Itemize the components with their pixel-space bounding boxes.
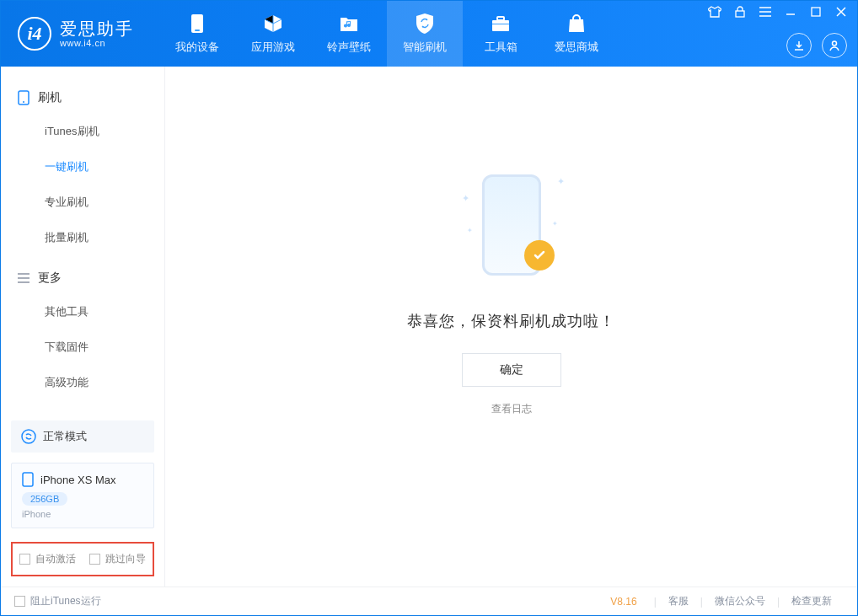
close-icon[interactable] — [834, 4, 849, 19]
option-block-itunes[interactable]: 阻止iTunes运行 — [14, 594, 101, 608]
checkbox-icon — [14, 596, 25, 607]
sidebar-item-advanced[interactable]: 高级功能 — [1, 365, 164, 400]
option-skip-guide[interactable]: 跳过向导 — [89, 552, 146, 566]
svg-rect-4 — [492, 24, 509, 24]
device-info-card[interactable]: iPhone XS Max 256GB iPhone — [11, 463, 154, 528]
tab-label: 铃声壁纸 — [327, 40, 371, 55]
svg-rect-3 — [497, 17, 504, 20]
titlebar-buttons — [707, 4, 849, 19]
checkbox-icon — [19, 554, 30, 565]
svg-point-10 — [22, 430, 35, 443]
refresh-shield-icon — [414, 13, 436, 35]
sidebar-item-other-tools[interactable]: 其他工具 — [1, 294, 164, 329]
tab-label: 我的设备 — [175, 40, 219, 55]
device-type: iPhone — [22, 509, 143, 519]
toolbox-icon — [490, 13, 512, 35]
lock-icon[interactable] — [732, 4, 748, 19]
flash-options-highlight: 自动激活 跳过向导 — [11, 542, 154, 576]
phone-outline-icon — [18, 90, 29, 105]
checkbox-icon — [89, 554, 100, 565]
check-badge-icon — [524, 240, 555, 271]
minimize-icon[interactable] — [783, 4, 798, 19]
maximize-icon[interactable] — [808, 4, 823, 19]
svg-rect-5 — [736, 11, 744, 17]
svg-point-7 — [833, 41, 837, 46]
tab-flash[interactable]: 智能刷机 — [387, 1, 463, 67]
sparkle-icon: ✦ — [557, 176, 565, 187]
version-label: V8.16 — [610, 596, 636, 608]
svg-point-9 — [23, 101, 24, 103]
svg-rect-11 — [23, 473, 33, 486]
view-log-link[interactable]: 查看日志 — [491, 402, 532, 416]
sidebar-group-flash: 刷机 — [1, 82, 164, 114]
sidebar-item-pro-flash[interactable]: 专业刷机 — [1, 185, 164, 220]
header-actions — [786, 33, 847, 58]
ok-button[interactable]: 确定 — [462, 353, 561, 387]
phone-icon — [22, 472, 34, 487]
sidebar: 刷机 iTunes刷机 一键刷机 专业刷机 批量刷机 更多 其他工具 下载固件 … — [1, 67, 165, 587]
svg-rect-6 — [812, 8, 820, 16]
header: i4 爱思助手 www.i4.cn 我的设备 应用游戏 铃声壁纸 智能刷机 工具… — [1, 1, 857, 67]
cube-icon — [262, 13, 284, 35]
music-folder-icon — [338, 13, 360, 35]
sparkle-icon: ✦ — [462, 193, 469, 204]
tab-store[interactable]: 爱思商城 — [539, 1, 614, 67]
sync-icon — [21, 429, 36, 444]
tab-apps[interactable]: 应用游戏 — [235, 1, 311, 67]
footer-link-update[interactable]: 检查更新 — [780, 594, 844, 608]
success-illustration: ✦ ✦ ✦ ✦ — [474, 168, 550, 286]
sparkle-icon: ✦ — [467, 227, 473, 234]
tshirt-icon[interactable] — [707, 4, 722, 19]
tab-toolbox[interactable]: 工具箱 — [463, 1, 539, 67]
tab-label: 智能刷机 — [403, 40, 447, 55]
sidebar-item-onekey-flash[interactable]: 一键刷机 — [1, 149, 164, 185]
device-mode-label: 正常模式 — [43, 429, 87, 444]
sidebar-group-more: 更多 — [1, 262, 164, 294]
device-storage: 256GB — [22, 492, 67, 506]
phone-icon — [186, 13, 208, 35]
user-button[interactable] — [822, 33, 847, 58]
device-name: iPhone XS Max — [40, 474, 116, 486]
footer: 阻止iTunes运行 V8.16 | 客服 | 微信公众号 | 检查更新 — [1, 587, 857, 615]
tab-label: 爱思商城 — [555, 40, 598, 55]
app-name: 爱思助手 — [60, 19, 134, 38]
logo-icon: i4 — [18, 17, 51, 51]
tab-ringtones[interactable]: 铃声壁纸 — [311, 1, 387, 67]
sidebar-item-batch-flash[interactable]: 批量刷机 — [1, 220, 164, 255]
main-tabs: 我的设备 应用游戏 铃声壁纸 智能刷机 工具箱 爱思商城 — [159, 1, 614, 67]
footer-link-support[interactable]: 客服 — [657, 594, 700, 608]
tab-label: 应用游戏 — [251, 40, 295, 55]
download-button[interactable] — [786, 33, 812, 58]
svg-rect-2 — [492, 20, 509, 31]
footer-link-wechat[interactable]: 微信公众号 — [703, 594, 777, 608]
sidebar-item-download-firmware[interactable]: 下载固件 — [1, 329, 164, 365]
bag-icon — [566, 13, 587, 35]
sparkle-icon: ✦ — [552, 220, 558, 228]
device-mode-card[interactable]: 正常模式 — [11, 420, 154, 453]
app-domain: www.i4.cn — [60, 38, 134, 48]
svg-rect-1 — [195, 29, 200, 31]
menu-icon[interactable] — [758, 4, 773, 19]
list-icon — [18, 273, 29, 283]
tab-label: 工具箱 — [485, 40, 517, 55]
success-message: 恭喜您，保资料刷机成功啦！ — [407, 311, 615, 331]
app-logo: i4 爱思助手 www.i4.cn — [1, 17, 149, 51]
sidebar-item-itunes-flash[interactable]: iTunes刷机 — [1, 114, 164, 149]
tab-my-device[interactable]: 我的设备 — [159, 1, 235, 67]
option-auto-activate[interactable]: 自动激活 — [19, 552, 76, 566]
main-content: ✦ ✦ ✦ ✦ 恭喜您，保资料刷机成功啦！ 确定 查看日志 — [165, 67, 857, 587]
